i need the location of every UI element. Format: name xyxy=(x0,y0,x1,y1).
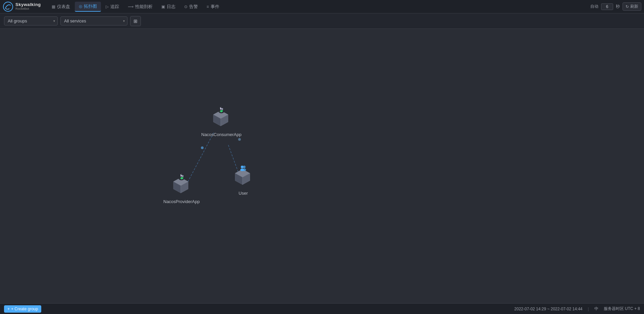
create-group-button[interactable]: + + Create group xyxy=(4,305,41,313)
svg-point-4 xyxy=(201,146,204,149)
leaf-icon-provider: 🍃 xyxy=(179,174,184,179)
nav-alert[interactable]: ⊙ 告警 xyxy=(180,2,202,11)
refresh-label: 刷新 xyxy=(630,4,638,9)
node-user[interactable]: User xyxy=(233,168,253,196)
auto-interval-input[interactable] xyxy=(601,3,613,10)
top-navigation: Skywalking Rocketbot ▦ 仪表盘 ◎ 拓扑图 ▷ 追踪 ⟿ … xyxy=(0,0,644,13)
svg-point-13 xyxy=(243,166,246,168)
nav-topology[interactable]: ◎ 拓扑图 xyxy=(75,2,101,12)
create-group-plus-icon: + xyxy=(7,307,10,311)
services-select-wrapper: All services ▾ xyxy=(60,16,127,25)
nav-log[interactable]: ▣ 日志 xyxy=(157,2,179,11)
nav-performance-label: 性能剖析 xyxy=(135,4,153,10)
node-icon-wrapper-consumer: 🍃 xyxy=(211,109,231,129)
brand-subtitle: Rocketbot xyxy=(15,7,41,11)
bottom-bar: + + Create group 2022-07-02 14:29 ~ 2022… xyxy=(0,303,644,314)
time-range: 2022-07-02 14:29 ~ 2022-07-02 14:44 xyxy=(514,307,582,311)
node-label-user: User xyxy=(238,191,248,196)
nav-event-label: 事件 xyxy=(211,4,219,10)
create-group-label: + Create group xyxy=(11,307,38,311)
node-icon-wrapper-user xyxy=(233,168,253,188)
log-icon: ▣ xyxy=(161,4,165,9)
node-label-provider: NacosProviderApp xyxy=(163,199,200,204)
groups-select-wrapper: All groups ▾ xyxy=(4,16,58,25)
node-icon-wrapper-provider: 🍃 xyxy=(171,176,192,196)
auto-unit: 秒 xyxy=(616,4,620,9)
refresh-button[interactable]: ↻ 刷新 xyxy=(623,2,641,11)
divider: | xyxy=(588,307,589,311)
brand-title: Skywalking xyxy=(15,2,41,7)
brand-icon xyxy=(3,1,13,12)
topology-canvas: 🍃 NacosConsumerApp 🍃 xyxy=(0,29,644,303)
node-label-consumer: NacosConsumerApp xyxy=(201,132,241,137)
consumer-badge: 🍃 xyxy=(218,106,225,113)
compare-button[interactable]: ⊞ xyxy=(130,16,141,26)
trace-icon: ▷ xyxy=(106,4,109,9)
refresh-icon: ↻ xyxy=(626,4,629,9)
timezone-label: 中 xyxy=(594,306,598,312)
performance-icon: ⟿ xyxy=(128,4,133,9)
timezone: 服务器时区 UTC + 8 xyxy=(604,306,640,312)
dashboard-icon: ▦ xyxy=(52,4,55,9)
nav-trace-label: 追踪 xyxy=(110,4,119,10)
nav-dashboard-label: 仪表盘 xyxy=(57,4,70,10)
nav-right: 自动 秒 ↻ 刷新 xyxy=(590,2,641,11)
provider-badge: 🍃 xyxy=(178,173,185,180)
nav-performance[interactable]: ⟿ 性能剖析 xyxy=(124,2,157,11)
event-icon: ≡ xyxy=(207,4,209,9)
user-badge xyxy=(239,165,247,172)
svg-point-5 xyxy=(238,138,241,141)
nav-log-label: 日志 xyxy=(167,4,175,10)
nav-dashboard[interactable]: ▦ 仪表盘 xyxy=(48,2,74,11)
leaf-icon-consumer: 🍃 xyxy=(218,107,224,112)
node-nacos-provider[interactable]: 🍃 NacosProviderApp xyxy=(163,176,200,204)
nav-trace[interactable]: ▷ 追踪 xyxy=(102,2,123,11)
alert-icon: ⊙ xyxy=(184,4,187,9)
svg-point-15 xyxy=(243,169,246,171)
toolbar: All groups ▾ All services ▾ ⊞ xyxy=(0,13,644,29)
topology-icon: ◎ xyxy=(79,4,82,9)
user-group-icon xyxy=(239,164,247,173)
svg-point-0 xyxy=(3,2,13,11)
services-select[interactable]: All services xyxy=(60,16,127,25)
bottom-right-info: 2022-07-02 14:29 ~ 2022-07-02 14:44 | 中 … xyxy=(514,306,640,312)
nav-items: ▦ 仪表盘 ◎ 拓扑图 ▷ 追踪 ⟿ 性能剖析 ▣ 日志 ⊙ 告警 ≡ 事件 xyxy=(48,2,590,12)
nav-alert-label: 告警 xyxy=(189,4,198,10)
nav-topology-label: 拓扑图 xyxy=(84,3,97,9)
compare-icon: ⊞ xyxy=(133,18,138,24)
groups-select[interactable]: All groups xyxy=(4,16,58,25)
nav-event[interactable]: ≡ 事件 xyxy=(203,2,223,11)
auto-label: 自动 xyxy=(590,4,598,9)
topology-connections-svg xyxy=(0,29,644,303)
brand-logo-area: Skywalking Rocketbot xyxy=(3,1,41,12)
node-nacos-consumer[interactable]: 🍃 NacosConsumerApp xyxy=(201,109,241,137)
